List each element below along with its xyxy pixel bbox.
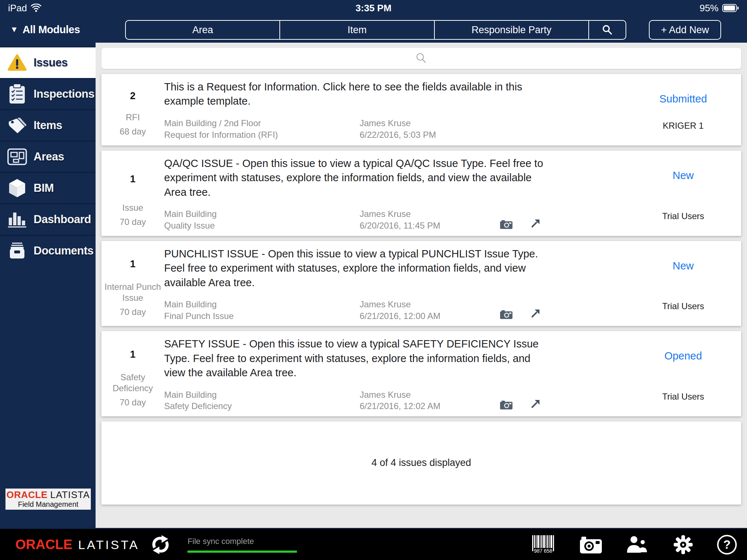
issue-row[interactable]: 2 RFI 68 day This is a Request for Infor… bbox=[101, 74, 741, 145]
tab-responsible-party[interactable]: Responsible Party bbox=[435, 21, 589, 39]
responsible-party: Trial Users bbox=[662, 392, 704, 402]
issue-datetime: 6/21/2016, 12:02 AM bbox=[360, 400, 469, 412]
issue-count: 1 bbox=[130, 337, 135, 372]
areas-layout-icon bbox=[7, 146, 28, 167]
search-tab-button[interactable] bbox=[589, 21, 626, 39]
issue-status-block: New Trial Users bbox=[625, 156, 741, 232]
sync-status-text: File sync complete bbox=[187, 537, 297, 546]
oracle-latista-logo: ORACLE LATISTA Field Management bbox=[5, 489, 91, 510]
issue-row[interactable]: 1 Internal Punch Issue 70 day PUNCHLIST … bbox=[101, 241, 741, 326]
sidebar-item-label: Items bbox=[34, 119, 62, 132]
issue-datetime: 6/21/2016, 12:00 AM bbox=[360, 310, 469, 322]
issue-datetime: 6/22/2016, 5:03 PM bbox=[360, 129, 469, 141]
issue-meta: Main Building Safety Deficiency James Kr… bbox=[164, 389, 625, 412]
issue-left-meta: 2 RFI 68 day bbox=[101, 80, 164, 141]
open-arrow-icon[interactable] bbox=[530, 399, 541, 410]
issue-author: James Kruse bbox=[360, 389, 469, 401]
issue-age: 70 day bbox=[120, 217, 146, 227]
issue-status-block: Submitted KRIGER 1 bbox=[625, 80, 741, 141]
tab-item[interactable]: Item bbox=[280, 21, 434, 39]
logo-caption: Field Management bbox=[18, 500, 78, 509]
all-modules-selector[interactable]: ▼ All Modules bbox=[10, 23, 80, 35]
open-arrow-icon[interactable] bbox=[530, 308, 541, 319]
issue-row[interactable]: 1 Safety Deficiency 70 day SAFETY ISSUE … bbox=[101, 331, 741, 416]
barcode-scan-icon[interactable]: 987 658 bbox=[531, 534, 556, 555]
sidebar-item-label: Areas bbox=[34, 150, 64, 163]
settings-gear-icon[interactable] bbox=[673, 534, 694, 555]
sidebar-item-inspections[interactable]: Inspections bbox=[0, 78, 96, 109]
status-bar: iPad 3:35 PM 95% bbox=[0, 0, 747, 16]
camera-icon bbox=[500, 219, 513, 229]
issue-meta: Main Building / 2nd Floor Request for In… bbox=[164, 117, 625, 140]
issue-age: 68 day bbox=[120, 127, 146, 137]
logo-product: LATISTA bbox=[50, 489, 90, 500]
issue-location: Main Building / 2nd Floor bbox=[164, 117, 360, 129]
search-icon bbox=[415, 52, 427, 65]
issue-age: 70 day bbox=[120, 307, 146, 317]
battery-percent: 95% bbox=[700, 3, 719, 14]
oracle-latista-wordmark: ORACLE LATISTA bbox=[15, 537, 139, 552]
sidebar-item-items[interactable]: Items bbox=[0, 109, 96, 141]
users-icon[interactable] bbox=[626, 535, 649, 554]
camera-icon[interactable] bbox=[579, 535, 603, 554]
add-new-button[interactable]: + Add New bbox=[649, 20, 721, 40]
issue-type-name: Safety Deficiency bbox=[164, 400, 360, 412]
brand-oracle: ORACLE bbox=[15, 537, 72, 552]
sync-icon[interactable] bbox=[150, 534, 171, 555]
tab-area[interactable]: Area bbox=[126, 21, 280, 39]
issue-row[interactable]: 1 Issue 70 day QA/QC ISSUE - Open this i… bbox=[101, 151, 741, 236]
issue-left-meta: 1 Issue 70 day bbox=[101, 156, 164, 232]
sidebar-item-dashboard[interactable]: Dashboard bbox=[0, 203, 96, 235]
responsible-party: KRIGER 1 bbox=[663, 121, 704, 131]
search-icon bbox=[601, 24, 613, 36]
status-badge[interactable]: Submitted bbox=[659, 93, 707, 105]
bottom-toolbar: ORACLE LATISTA File sync complete bbox=[0, 528, 747, 560]
issue-status-block: New Trial Users bbox=[625, 247, 741, 322]
sidebar-item-documents[interactable]: Documents bbox=[0, 235, 96, 266]
sidebar-item-label: Issues bbox=[34, 56, 68, 69]
issue-location: Main Building bbox=[164, 299, 360, 310]
issue-title: QA/QC ISSUE - Open this issue to view a … bbox=[164, 156, 565, 199]
tag-icon bbox=[7, 115, 28, 136]
sidebar-item-label: Dashboard bbox=[34, 213, 91, 226]
open-arrow-icon[interactable] bbox=[530, 218, 541, 229]
status-badge[interactable]: New bbox=[673, 260, 694, 272]
camera-icon bbox=[500, 400, 513, 410]
issue-meta: Main Building Final Punch Issue James Kr… bbox=[164, 299, 625, 322]
issue-type-label: RFI bbox=[126, 112, 140, 123]
all-modules-label: All Modules bbox=[23, 23, 80, 35]
sidebar: Issues Inspections bbox=[0, 43, 96, 528]
issue-age: 70 day bbox=[120, 397, 146, 408]
issue-left-meta: 1 Safety Deficiency 70 day bbox=[101, 337, 164, 412]
list-search-input[interactable] bbox=[101, 48, 741, 69]
chevron-down-icon: ▼ bbox=[10, 25, 18, 34]
issue-left-meta: 1 Internal Punch Issue 70 day bbox=[101, 247, 164, 322]
cube-icon bbox=[7, 178, 28, 199]
issue-type-label: Internal Punch Issue bbox=[104, 281, 162, 303]
issue-author: James Kruse bbox=[360, 299, 469, 310]
app-window: iPad 3:35 PM 95% bbox=[0, 0, 747, 560]
brand-latista: LATISTA bbox=[78, 538, 139, 552]
sidebar-item-label: Documents bbox=[34, 244, 93, 257]
svg-text:987 658: 987 658 bbox=[534, 548, 553, 554]
warning-triangle-icon bbox=[7, 52, 28, 73]
sidebar-item-issues[interactable]: Issues bbox=[0, 47, 96, 78]
logo-brand: ORACLE bbox=[7, 489, 48, 500]
sidebar-item-label: BIM bbox=[34, 182, 54, 195]
issue-title: This is a Request for Information. Click… bbox=[164, 80, 565, 109]
status-badge[interactable]: Opened bbox=[664, 350, 702, 362]
issue-count: 1 bbox=[130, 247, 135, 282]
issue-type-label: Issue bbox=[122, 202, 143, 213]
issue-author: James Kruse bbox=[360, 117, 469, 129]
sync-status-block: File sync complete bbox=[187, 537, 297, 553]
battery-icon bbox=[722, 4, 739, 12]
status-badge[interactable]: New bbox=[673, 170, 694, 182]
sidebar-item-areas[interactable]: Areas bbox=[0, 141, 96, 172]
issue-title: SAFETY ISSUE - Open this issue to view a… bbox=[164, 337, 565, 380]
sidebar-item-bim[interactable]: BIM bbox=[0, 172, 96, 203]
help-icon[interactable]: ? bbox=[717, 535, 737, 555]
responsible-party: Trial Users bbox=[662, 211, 704, 221]
issue-datetime: 6/20/2016, 11:45 PM bbox=[360, 220, 469, 232]
issue-location: Main Building bbox=[164, 389, 360, 401]
top-nav: ▼ All Modules Area Item Responsible Part… bbox=[0, 16, 747, 43]
